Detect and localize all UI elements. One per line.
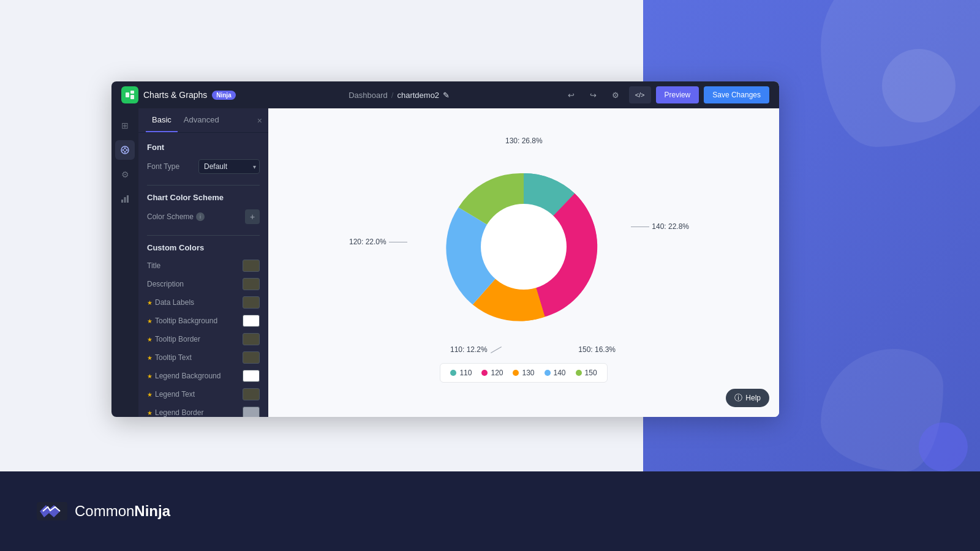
sidebar-icon-rail: ⊞ ⚙: [111, 108, 138, 417]
font-type-select[interactable]: Default Arial Roboto Open Sans: [198, 159, 260, 174]
help-button[interactable]: ⓘ Help: [726, 389, 769, 407]
donut-chart-wrapper: 130: 26.8% 140: 22.8% 120: 22.0% 110: 1: [420, 143, 628, 351]
color-tooltip-text-label: ★ Tooltip Text: [147, 353, 192, 362]
legend-dot-130: [513, 370, 519, 376]
ninja-logo-icon: [37, 502, 67, 520]
chart-label-150: 150: 16.3%: [578, 345, 616, 354]
font-section: Font Font Type Default Arial Roboto Open…: [147, 143, 260, 174]
undo-button[interactable]: ↩: [563, 86, 580, 103]
color-swatch-legend-bg[interactable]: [243, 370, 260, 382]
breadcrumb: Dashboard / chartdemo2 ✎: [236, 91, 563, 100]
color-legend-border-label: ★ Legend Border: [147, 408, 203, 417]
custom-colors-title: Custom Colors: [147, 243, 260, 252]
settings-button[interactable]: ⚙: [607, 86, 624, 103]
preview-button[interactable]: Preview: [656, 86, 699, 103]
color-swatch-tooltip-bg[interactable]: [243, 315, 260, 327]
legend-dot-110: [450, 370, 456, 376]
legend-dot-140: [545, 370, 551, 376]
sidebar-item-chart[interactable]: [115, 189, 135, 209]
color-data-labels-label: ★ Data Labels: [147, 298, 194, 307]
app-window: Charts & Graphs Ninja Dashboard / chartd…: [111, 81, 779, 417]
star-icon-data-labels: ★: [147, 299, 153, 306]
breadcrumb-edit-icon[interactable]: ✎: [443, 91, 450, 100]
color-row-tooltip-bg: ★ Tooltip Background: [147, 315, 260, 327]
svg-rect-11: [127, 195, 129, 203]
color-swatch-title[interactable]: [243, 260, 260, 272]
title-bar: Charts & Graphs Ninja Dashboard / chartd…: [111, 81, 779, 108]
brand-name: CommonNinja: [75, 503, 170, 520]
blob-4: [919, 422, 968, 471]
svg-rect-9: [121, 200, 123, 203]
chart-area: 130: 26.8% 140: 22.8% 120: 22.0% 110: 1: [420, 143, 628, 383]
color-swatch-legend-border[interactable]: [243, 407, 260, 417]
breadcrumb-sep: /: [391, 91, 394, 100]
legend-dot-120: [481, 370, 488, 376]
color-scheme-info-icon[interactable]: i: [196, 212, 205, 221]
code-button[interactable]: </>: [629, 86, 651, 103]
star-icon-legend-text: ★: [147, 391, 153, 398]
color-swatch-tooltip-text[interactable]: [243, 351, 260, 364]
chart-legend: 110 120 130 140: [440, 363, 607, 383]
svg-point-7: [126, 149, 128, 151]
color-legend-text-label: ★ Legend Text: [147, 390, 195, 399]
font-type-select-wrapper: Default Arial Roboto Open Sans: [198, 159, 260, 174]
font-type-label: Font Type: [147, 162, 179, 171]
color-row-legend-text: ★ Legend Text: [147, 388, 260, 400]
divider-1: [147, 185, 260, 186]
star-icon-tooltip-border: ★: [147, 336, 153, 343]
color-row-tooltip-text: ★ Tooltip Text: [147, 351, 260, 364]
blob-2: [882, 49, 956, 122]
add-color-scheme-button[interactable]: +: [245, 209, 260, 224]
color-row-legend-bg: ★ Legend Background: [147, 370, 260, 382]
color-swatch-description[interactable]: [243, 278, 260, 290]
ninja-badge: Ninja: [212, 91, 235, 100]
color-swatch-data-labels[interactable]: [243, 296, 260, 309]
breadcrumb-home[interactable]: Dashboard: [349, 91, 388, 100]
legend-item-120: 120: [481, 369, 503, 377]
label-line-140: [631, 227, 649, 227]
sidebar-item-brush[interactable]: [115, 140, 135, 160]
svg-point-6: [124, 148, 126, 149]
chart-label-140: 140: 22.8%: [631, 222, 689, 231]
tab-basic[interactable]: Basic: [146, 108, 178, 132]
legend-item-130: 130: [513, 369, 534, 377]
title-bar-actions: ↩ ↪ ⚙ </> Preview Save Changes: [563, 86, 769, 103]
chart-canvas: 130: 26.8% 140: 22.8% 120: 22.0% 110: 1: [268, 108, 779, 417]
app-title: Charts & Graphs: [143, 90, 207, 100]
color-title-label: Title: [147, 261, 160, 270]
panel-tabs: Basic Advanced ×: [138, 108, 268, 133]
sidebar-item-settings[interactable]: ⚙: [115, 165, 135, 184]
font-section-title: Font: [147, 143, 260, 152]
app-logo: [121, 86, 138, 103]
color-swatch-legend-text[interactable]: [243, 388, 260, 400]
svg-rect-1: [126, 92, 129, 97]
donut-chart-proper: [420, 143, 628, 351]
color-scheme-label: Color Scheme i: [147, 212, 205, 221]
redo-button[interactable]: ↪: [585, 86, 602, 103]
sidebar-item-grid[interactable]: ⊞: [115, 116, 135, 135]
star-icon-tooltip-bg: ★: [147, 318, 153, 324]
svg-rect-2: [130, 91, 134, 94]
svg-rect-3: [130, 95, 134, 99]
custom-colors-section: Custom Colors Title Description ★: [147, 243, 260, 417]
label-line-120: [389, 242, 407, 242]
save-button[interactable]: Save Changes: [704, 86, 769, 103]
legend-item-150: 150: [576, 369, 597, 377]
chart-label-120: 120: 22.0%: [349, 238, 407, 246]
legend-dot-150: [576, 370, 582, 376]
help-circle-icon: ⓘ: [734, 392, 742, 403]
color-row-title: Title: [147, 260, 260, 272]
panel-content: Font Font Type Default Arial Roboto Open…: [138, 133, 268, 417]
legend-item-140: 140: [545, 369, 566, 377]
star-icon-legend-bg: ★: [147, 373, 153, 380]
color-swatch-tooltip-border[interactable]: [243, 333, 260, 345]
star-icon-legend-border: ★: [147, 410, 153, 416]
panel-close-button[interactable]: ×: [257, 116, 262, 126]
star-icon-tooltip-text: ★: [147, 354, 153, 361]
color-tooltip-bg-label: ★ Tooltip Background: [147, 317, 217, 325]
tab-advanced[interactable]: Advanced: [178, 108, 225, 132]
color-row-legend-border: ★ Legend Border: [147, 407, 260, 417]
bottom-bar: CommonNinja: [0, 471, 980, 551]
chart-label-110: 110: 12.2%: [450, 345, 502, 354]
chart-label-130: 130: 26.8%: [505, 137, 543, 145]
